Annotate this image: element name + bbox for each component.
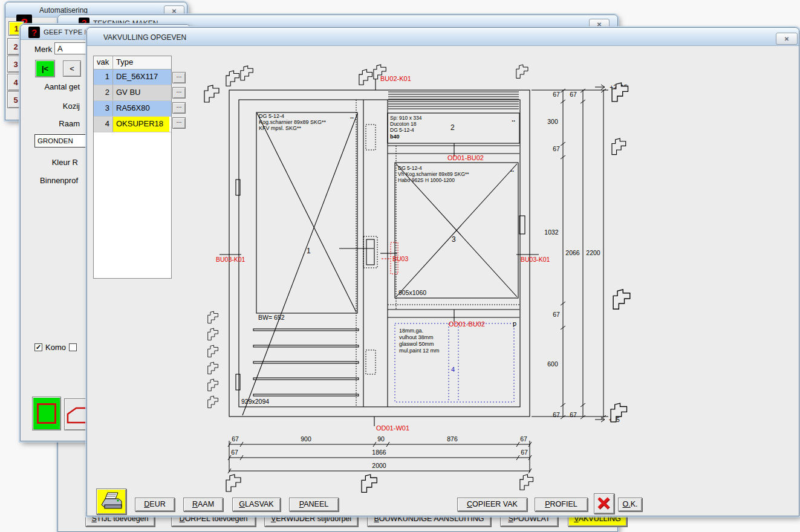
table-row[interactable]: 1 DE_56X117 [94,70,171,85]
first-record-button[interactable]: |< [35,60,55,77]
svg-text:67: 67 [553,311,560,318]
svg-text:300: 300 [547,118,558,125]
kleur-label: Kleur R [33,158,78,167]
vak-column-header: vak [94,56,113,69]
panel4-number: 4 [451,366,455,373]
svg-text:b40: b40 [390,134,400,140]
svg-text:900: 900 [301,435,311,443]
svg-text:BW= 652: BW= 652 [258,314,285,321]
merk-label: Merk [33,45,52,54]
window-title: Automatisering [39,6,112,15]
ref-center: BU03 [392,255,408,262]
svg-text:..: .. [350,112,354,120]
vak-cell: 2 [94,85,113,100]
raam-button[interactable]: RAAM [183,498,223,511]
red-x-icon [596,496,612,511]
svg-text:67: 67 [553,145,560,152]
svg-text:67: 67 [231,449,238,456]
svg-text:18mm.ga.: 18mm.ga. [399,328,423,334]
aantal-label: Aantal get [33,82,80,91]
glasvak-button[interactable]: GLASVAK [232,498,281,511]
komo-label: Komo [45,343,70,352]
svg-text:Vh Kog.scharnier 89x89 SKG**: Vh Kog.scharnier 89x89 SKG** [398,171,469,177]
svg-text:2066: 2066 [565,249,580,256]
red-square-icon [37,403,56,424]
svg-text:DG 5-12-4: DG 5-12-4 [398,165,422,171]
table-row[interactable]: 4 OKSUPER18 [94,117,171,132]
ref-transom2: OD01-BU02 [449,320,485,328]
svg-text:90: 90 [377,435,385,443]
table-row[interactable]: 3 RA56X80 [94,101,171,117]
svg-text:67: 67 [570,411,577,418]
svg-text:67: 67 [521,449,528,456]
svg-text:glaswol 50mm: glaswol 50mm [399,341,434,347]
svg-text:Habo 962S H 1000-1200: Habo 962S H 1000-1200 [398,177,455,183]
svg-text:p: p [513,320,516,327]
type-cell: RA56X80 [113,101,169,116]
ref-left: BU03-K01 [216,256,246,263]
profiel-button[interactable]: PROFIEL [535,498,588,511]
svg-text:67: 67 [232,435,239,443]
svg-text:929x2094: 929x2094 [241,398,269,405]
komo-checkbox[interactable]: ✓ [34,343,42,351]
close-icon[interactable]: ✕ [776,33,798,45]
svg-text:67: 67 [553,91,560,98]
vak-table-header: vak Type [94,56,171,70]
deur-button[interactable]: DEUR [135,498,175,511]
copieer-vak-button[interactable]: COPIEER VAK [457,498,527,511]
row-browse-button[interactable]: ... [172,102,186,114]
svg-text:905x1060: 905x1060 [398,289,426,296]
svg-text:vulhout 38mm: vulhout 38mm [399,334,434,340]
panel1-number: 1 [307,247,311,255]
panel2-number: 2 [450,123,455,132]
window-title: VAKVULLING OPGEVEN [103,33,261,42]
svg-text:Sp: 910 x 334: Sp: 910 x 334 [390,115,422,121]
svg-text:KFV mpsl. SKG**: KFV mpsl. SKG** [259,125,302,131]
dimension-labels: 67 900 90 876 67 67 1866 67 2000 67 300 … [231,83,628,469]
svg-text:DG 5-12-4: DG 5-12-4 [259,113,284,119]
second-checkbox[interactable] [69,343,77,351]
paneel-button[interactable]: PANEEL [289,498,339,511]
frame-drawing: BU02-K01 BU03-K01 BU03-K01 BU03 OD01-W01… [194,52,672,499]
type-cell: DE_56X117 [113,70,169,85]
svg-text:1032: 1032 [544,229,559,236]
svg-text:Ducoton 18: Ducoton 18 [390,121,417,127]
panel3-number: 3 [452,235,456,244]
ok-button[interactable]: O.K. [618,498,642,511]
type-column-header: Type [113,56,169,69]
svg-text:876: 876 [447,435,458,443]
ref-bottom: OD01-W01 [376,424,409,432]
ref-top: BU02-K01 [380,75,411,82]
table-row[interactable]: 2 GV BU [94,85,171,101]
svg-text:Kog.scharnier 89x89 SKG**: Kog.scharnier 89x89 SKG** [259,119,327,125]
svg-text:67: 67 [553,411,560,418]
row-browse-button[interactable]: ... [172,72,186,83]
svg-text:67: 67 [570,91,577,98]
dimension-lines [228,85,608,473]
svg-text:600: 600 [547,360,558,368]
ref-right: BU03-K01 [521,256,550,263]
binnenprofiel-label: Binnenprof [29,176,78,185]
svg-text:2200: 2200 [586,249,600,256]
raam-label: Raam [33,119,80,128]
svg-text:67: 67 [520,435,527,443]
ref-transom1: OD01-BU02 [447,154,484,161]
svg-text:1866: 1866 [372,449,386,456]
type-cell: OKSUPER18 [113,117,169,132]
vak-table: vak Type 1 DE_56X117 2 GV BU 3 RA56X80 4… [93,56,172,279]
svg-text:..: .. [510,166,514,173]
row-browse-button[interactable]: ... [172,117,186,129]
prev-record-button[interactable]: < [63,60,81,77]
rectangle-shape-button[interactable] [32,397,61,430]
svg-text:2000: 2000 [372,462,386,469]
vak-cell: 1 [94,70,113,85]
print-button[interactable] [96,488,126,514]
printer-icon [99,491,123,511]
type-cell: GV BU [113,85,169,100]
row-browse-button[interactable]: ... [172,87,186,99]
vak-cell: 3 [94,101,113,116]
help-question-icon: ? [28,27,40,38]
cancel-button[interactable] [594,493,614,514]
kozijn-label: Kozij [33,102,80,111]
grondlak-select[interactable]: GRONDEN [34,134,93,148]
